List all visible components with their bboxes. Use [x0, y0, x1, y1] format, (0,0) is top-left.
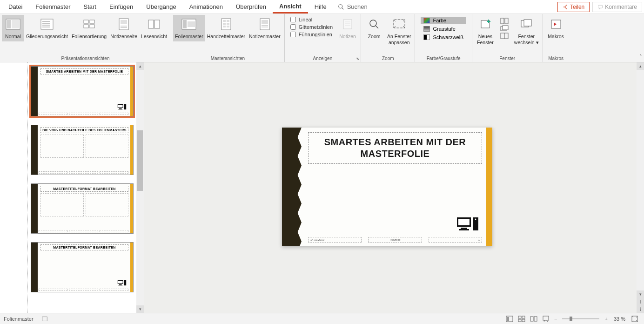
- svg-rect-73: [518, 316, 521, 318]
- switch-windows-icon: [520, 19, 532, 30]
- menu-animationen[interactable]: Animationen: [183, 1, 229, 13]
- handout-master-button[interactable]: Handzettelmaster: [205, 15, 247, 41]
- view-normal-icon[interactable]: [503, 316, 516, 322]
- svg-rect-28: [227, 23, 229, 25]
- reading-view-icon: [148, 19, 161, 30]
- gridlines-checkbox[interactable]: Gitternetzlinien: [290, 24, 333, 30]
- view-slideshow-icon[interactable]: [540, 316, 552, 322]
- svg-rect-62: [118, 285, 122, 285]
- zoom-slider[interactable]: [562, 318, 599, 319]
- blackwhite-option[interactable]: Schwarzweiß: [421, 34, 466, 41]
- svg-rect-12: [90, 20, 94, 23]
- notes-page-button[interactable]: Notizenseite: [108, 15, 139, 41]
- svg-line-1: [342, 7, 343, 9]
- zoom-in-button[interactable]: +: [602, 316, 610, 322]
- ruler-checkbox[interactable]: Lineal: [290, 17, 333, 22]
- ribbon-group-master-views: Folienmaster Handzettelmaster Notizenmas…: [171, 14, 285, 62]
- svg-rect-16: [121, 20, 127, 24]
- thumbnail-scrollbar[interactable]: ▴ ▾: [136, 62, 144, 313]
- main-area: SMARTES ARBEITEN MIT DER MASTERFOLIEDIE …: [0, 62, 644, 313]
- svg-rect-61: [119, 284, 122, 285]
- slide-sorter-button[interactable]: Foliensortierung: [70, 15, 108, 41]
- collapse-ribbon-icon[interactable]: ˄: [639, 54, 642, 60]
- menu-datei[interactable]: Datei: [2, 1, 29, 13]
- svg-rect-5: [12, 20, 19, 28]
- slide-footer-placeholder[interactable]: Fußzeile: [368, 237, 422, 243]
- notes-master-button[interactable]: Notizenmaster: [247, 15, 282, 41]
- svg-rect-52: [524, 20, 531, 26]
- arrange-all-button[interactable]: [500, 18, 509, 24]
- canvas-area[interactable]: SMARTES ARBEITEN MIT DER MASTERFOLIE 14.…: [144, 62, 644, 313]
- slide-pagenum-placeholder[interactable]: 1: [429, 237, 482, 243]
- menu-start[interactable]: Start: [77, 1, 103, 13]
- view-reading-icon[interactable]: [528, 316, 540, 322]
- comments-button[interactable]: Kommentare: [592, 2, 642, 12]
- cascade-button[interactable]: [500, 25, 509, 32]
- switch-windows-button[interactable]: Fenster wechseln ▾: [512, 15, 541, 47]
- menu-einfuegen[interactable]: Einfügen: [103, 1, 140, 13]
- fit-window-button[interactable]: An Fenster anpassen: [385, 15, 413, 47]
- handout-master-icon: [221, 18, 232, 30]
- svg-rect-20: [154, 20, 160, 28]
- svg-rect-25: [223, 20, 226, 22]
- arrange-icon: [500, 18, 509, 24]
- scroll-thumb[interactable]: [137, 130, 143, 191]
- normal-view-button[interactable]: Normal: [2, 15, 24, 41]
- fit-to-window-icon[interactable]: [629, 316, 640, 322]
- menu-ansicht[interactable]: Ansicht: [273, 0, 308, 14]
- zoom-icon: [369, 19, 380, 30]
- menu-uebergaenge[interactable]: Übergänge: [140, 1, 182, 13]
- search-box[interactable]: Suchen: [333, 3, 372, 10]
- color-option[interactable]: Farbe: [421, 17, 466, 24]
- show-launcher-icon[interactable]: ⬊: [356, 56, 360, 61]
- ribbon-label-master-views: Masteransichten: [173, 55, 282, 62]
- canvas-next-slide[interactable]: ⭳: [637, 305, 644, 313]
- svg-rect-76: [522, 319, 525, 322]
- thumbnail-item[interactable]: MASTERTITELFORMAT BEARBEITEN: [31, 242, 134, 292]
- thumbnail-item[interactable]: MASTERTITELFORMAT BEARBEITEN: [31, 183, 134, 234]
- svg-rect-48: [503, 26, 508, 30]
- menu-hilfe[interactable]: Hilfe: [308, 1, 333, 13]
- move-split-button[interactable]: [500, 33, 509, 39]
- slide-date-placeholder[interactable]: 14.10.2019: [308, 237, 362, 243]
- svg-rect-75: [518, 319, 521, 322]
- thumbnail-item[interactable]: SMARTES ARBEITEN MIT DER MASTERFOLIE: [31, 66, 134, 116]
- svg-rect-35: [343, 20, 352, 29]
- macros-button[interactable]: Makros: [545, 15, 567, 41]
- canvas-scrollbar-vertical[interactable]: ▴ ▾ ⭱ ⭳: [637, 62, 644, 313]
- svg-rect-22: [183, 20, 187, 28]
- menu-ueberpruefen[interactable]: Überprüfen: [229, 1, 273, 13]
- scroll-down-button[interactable]: ▾: [136, 305, 144, 313]
- grayscale-option[interactable]: Graustufe: [421, 25, 466, 33]
- guides-checkbox[interactable]: Führungslinien: [290, 32, 333, 37]
- zoom-slider-handle[interactable]: [570, 317, 572, 321]
- view-sorter-icon[interactable]: [516, 316, 528, 322]
- zoom-level[interactable]: 33 %: [610, 316, 629, 322]
- macros-icon: [550, 19, 562, 30]
- thumbnail-item[interactable]: DIE VOR- UND NACHTEILE DES FOLIENMASTERS: [31, 125, 134, 175]
- canvas-scroll-up[interactable]: ▴: [637, 62, 644, 70]
- canvas-prev-slide[interactable]: ⭱: [637, 298, 644, 305]
- slide-master-button[interactable]: Folienmaster: [173, 15, 205, 41]
- share-button[interactable]: Teilen: [557, 2, 590, 12]
- menu-folienmaster[interactable]: Folienmaster: [29, 1, 77, 13]
- svg-rect-72: [507, 317, 509, 321]
- reading-view-button[interactable]: Leseansicht: [139, 15, 169, 41]
- new-window-button[interactable]: Neues Fenster: [474, 15, 496, 47]
- ribbon-label-color: Farbe/Graustufe: [417, 55, 470, 62]
- slide-master-icon: [181, 19, 196, 30]
- slide-preview[interactable]: SMARTES ARBEITEN MIT DER MASTERFOLIE 14.…: [282, 128, 492, 246]
- scroll-up-button[interactable]: ▴: [136, 62, 144, 70]
- ribbon-label-macros: Makros: [545, 55, 567, 62]
- ribbon-label-show: Anzeigen: [287, 55, 359, 62]
- slide-left-decoration: [282, 128, 302, 246]
- svg-point-39: [370, 20, 376, 27]
- ribbon-group-macros: Makros Makros: [543, 14, 569, 62]
- outline-view-button[interactable]: Gliederungsansicht: [24, 15, 70, 41]
- slide-title-placeholder[interactable]: SMARTES ARBEITEN MIT DER MASTERFOLIE: [308, 132, 482, 164]
- svg-rect-66: [461, 228, 467, 229]
- zoom-out-button[interactable]: −: [552, 316, 559, 322]
- status-spellcheck-icon[interactable]: [39, 316, 50, 322]
- canvas-scroll-down[interactable]: ▾: [637, 290, 644, 298]
- zoom-button[interactable]: Zoom: [363, 15, 385, 41]
